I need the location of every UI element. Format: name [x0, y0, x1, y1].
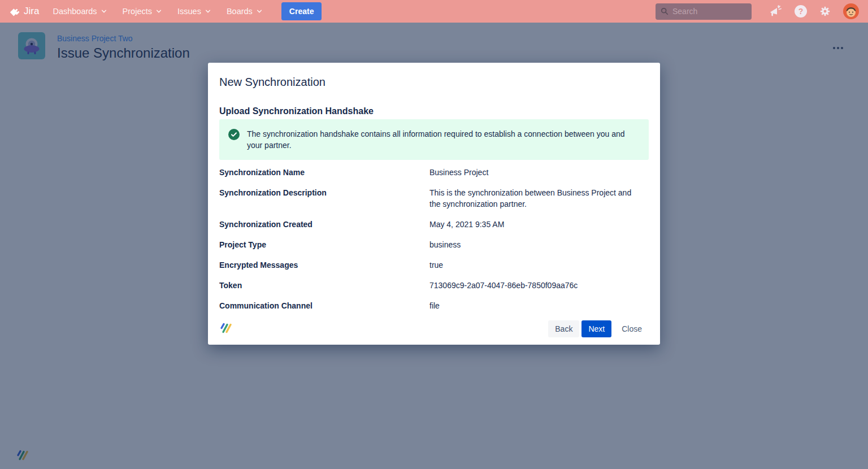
success-message-text: The synchronization handshake contains a…	[247, 128, 629, 151]
chevron-down-icon	[156, 8, 162, 14]
dialog-step-title: Upload Synchronization Handshake	[219, 106, 649, 117]
search-icon	[661, 7, 669, 15]
field-label: Synchronization Description	[219, 187, 429, 210]
jira-logo-icon	[9, 6, 21, 18]
field-row-synchronization-name: Synchronization Name Business Project	[219, 167, 649, 178]
field-label: Communication Channel	[219, 300, 429, 311]
jira-brand-text: Jira	[24, 6, 39, 17]
new-synchronization-dialog: New Synchronization Upload Synchronizati…	[208, 63, 660, 345]
field-value: Business Project	[429, 167, 649, 178]
search-input[interactable]	[672, 7, 747, 16]
field-label: Token	[219, 280, 429, 291]
dialog-title: New Synchronization	[219, 63, 649, 89]
field-value: 713069c9-2a07-4047-86eb-7850f09aa76c	[429, 280, 649, 291]
nav-item-projects[interactable]: Projects	[123, 7, 162, 16]
chevron-down-icon	[205, 8, 211, 14]
synchronization-summary: Synchronization Name Business Project Sy…	[219, 167, 649, 311]
gear-icon	[819, 5, 831, 18]
field-value: business	[429, 239, 649, 250]
jira-app-window: Jira Dashboards Projects Issues Boards	[0, 0, 868, 469]
settings-button[interactable]	[819, 5, 831, 18]
field-label: Synchronization Name	[219, 167, 429, 178]
field-row-synchronization-created: Synchronization Created May 4, 2021 9:35…	[219, 219, 649, 230]
field-value: This is the synchronization between Busi…	[429, 187, 633, 210]
backbone-sync-logo	[219, 322, 232, 336]
field-row-communication-channel: Communication Channel file	[219, 300, 649, 311]
megaphone-icon	[769, 5, 783, 18]
field-row-token: Token 713069c9-2a07-4047-86eb-7850f09aa7…	[219, 280, 649, 291]
next-button[interactable]: Next	[581, 320, 611, 337]
field-label: Synchronization Created	[219, 219, 429, 230]
close-button[interactable]: Close	[615, 320, 649, 337]
help-icon: ?	[795, 5, 807, 18]
navbar-right-group: ?	[656, 3, 859, 20]
profile-button[interactable]	[843, 3, 859, 19]
create-button[interactable]: Create	[281, 2, 322, 20]
field-value: true	[429, 259, 649, 271]
nav-item-dashboards[interactable]: Dashboards	[53, 7, 106, 16]
field-value: May 4, 2021 9:35 AM	[429, 219, 649, 230]
chevron-down-icon	[257, 8, 262, 14]
top-navbar: Jira Dashboards Projects Issues Boards	[0, 0, 868, 23]
field-label: Encrypted Messages	[219, 259, 429, 271]
field-label: Project Type	[219, 239, 429, 250]
search-box	[656, 3, 752, 20]
field-row-project-type: Project Type business	[219, 239, 649, 250]
dialog-buttons: Back Next Close	[548, 320, 649, 337]
field-row-synchronization-description: Synchronization Description This is the …	[219, 187, 649, 210]
nav-item-issues[interactable]: Issues	[177, 7, 211, 16]
chevron-down-icon	[101, 8, 107, 14]
nav-item-boards[interactable]: Boards	[227, 7, 262, 16]
check-circle-icon	[228, 129, 240, 140]
success-message-box: The synchronization handshake contains a…	[219, 119, 649, 160]
field-row-encrypted-messages: Encrypted Messages true	[219, 259, 649, 271]
jira-home-link[interactable]: Jira	[9, 6, 39, 18]
dialog-footer: Back Next Close	[219, 320, 649, 337]
feedback-button[interactable]	[769, 5, 783, 18]
help-button[interactable]: ?	[795, 5, 807, 18]
user-avatar	[843, 3, 859, 19]
field-value: file	[429, 300, 649, 311]
back-button[interactable]: Back	[548, 320, 579, 337]
